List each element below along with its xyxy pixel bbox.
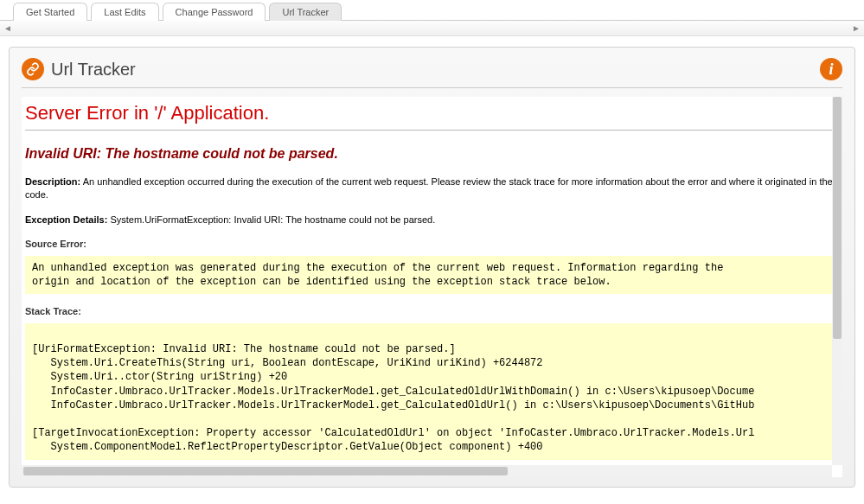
tab-scroll-left[interactable]: ◄ — [3, 23, 12, 33]
error-subtitle: Invalid URI: The hostname could not be p… — [25, 146, 834, 162]
tab-get-started[interactable]: Get Started — [13, 3, 87, 21]
panel-title: Url Tracker — [51, 60, 136, 80]
stack-trace-block: [UriFormatException: Invalid URI: The ho… — [25, 323, 834, 460]
tab-scroll-strip: ◄ ► — [0, 21, 864, 36]
tab-change-password[interactable]: Change Password — [163, 3, 266, 21]
stack-trace-label: Stack Trace: — [25, 306, 834, 316]
horizontal-scrollbar-thumb[interactable] — [23, 467, 508, 475]
error-content-frame: Server Error in '/' Application. Invalid… — [22, 97, 842, 477]
tab-last-edits[interactable]: Last Edits — [91, 3, 158, 21]
source-error-label: Source Error: — [25, 239, 834, 249]
error-description: Description: An unhandled exception occu… — [25, 175, 834, 201]
error-divider — [25, 130, 834, 131]
url-tracker-panel: Url Tracker i Server Error in '/' Applic… — [9, 47, 855, 488]
tabs-row: Get Started Last Edits Change Password U… — [0, 0, 864, 21]
error-title: Server Error in '/' Application. — [25, 102, 834, 124]
tab-url-tracker[interactable]: Url Tracker — [269, 3, 342, 21]
panel-wrap: Url Tracker i Server Error in '/' Applic… — [0, 36, 864, 498]
error-content: Server Error in '/' Application. Invalid… — [22, 97, 842, 460]
error-details-text: System.UriFormatException: Invalid URI: … — [107, 214, 435, 225]
vertical-scrollbar[interactable] — [832, 97, 842, 465]
error-exception-details: Exception Details: System.UriFormatExcep… — [25, 214, 834, 226]
source-error-block: An unhandled exception was generated dur… — [25, 256, 834, 294]
horizontal-scrollbar[interactable] — [22, 465, 832, 477]
panel-title-wrap: Url Tracker — [22, 58, 136, 80]
vertical-scrollbar-thumb[interactable] — [833, 97, 842, 339]
error-details-label: Exception Details: — [25, 214, 107, 225]
tab-scroll-right[interactable]: ► — [852, 23, 861, 33]
info-icon[interactable]: i — [820, 58, 842, 80]
link-icon — [22, 58, 44, 80]
error-description-text: An unhandled exception occurred during t… — [25, 176, 833, 200]
error-description-label: Description: — [25, 176, 80, 187]
panel-header: Url Tracker i — [22, 58, 842, 88]
